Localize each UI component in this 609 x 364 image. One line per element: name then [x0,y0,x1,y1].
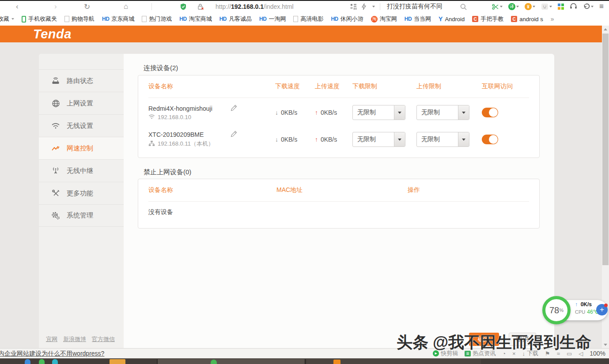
home-icon[interactable]: ⌂ [124,1,128,12]
router-page: 路由状态上网设置无线设置网速控制无线中继更多功能系统管理 宜网新浪微博官方微信 … [0,42,602,348]
bookmark-item[interactable]: Candroid s [511,16,543,23]
status-icon[interactable]: ◁ [579,350,583,357]
bookmark-item[interactable]: 购物导航 [64,15,95,23]
sidebar-item-router[interactable]: 路由状态 [39,69,124,92]
browser-toolbar: ‹ › ↻ ⌂ http://192.168.0.1/index.html 打没… [0,1,609,12]
bookmark-item[interactable]: HD凡客诚品 [219,15,252,23]
bookmark-item[interactable]: HD当当网 [405,15,431,23]
bookmark-label: 休闲小游 [340,15,363,23]
bookmark-item[interactable]: 手机收藏夹 [22,15,57,23]
bookmark-item[interactable]: HD休闲小游 [331,15,363,23]
performance-readings: ↑ 0K/s CPU46℃ [575,301,599,315]
column-header: 下载限制 [352,83,416,90]
sidebar-item-tools[interactable]: 更多功能 [39,182,124,204]
app-panel: 路由状态上网设置无线设置网速控制无线中继更多功能系统管理 宜网新浪微博官方微信 … [39,54,554,348]
bookmark-label: Android [445,16,465,23]
scroll-down-icon[interactable] [602,341,609,348]
status-tool-clip[interactable]: ▶快剪辑 [433,349,458,357]
internet-access-toggle[interactable] [482,135,498,144]
widget-add-icon[interactable]: + [596,304,608,315]
rebate-icon[interactable]: ¥ [525,3,535,10]
ok-button[interactable]: 确定 [469,333,499,346]
status-icon[interactable]: ≈ [557,350,560,357]
sidebar-item-repeater[interactable]: 无线中继 [39,159,124,182]
taskbar-app-icon[interactable] [39,359,45,364]
footer-link[interactable]: 宜网 [46,335,57,343]
bookmark-item[interactable]: YAndroid [439,15,465,23]
forward-icon[interactable]: › [54,1,57,12]
search-input-text[interactable]: 打没打疫苗有何不同 [387,3,443,11]
status-icon[interactable]: ◔ [502,350,506,357]
bookmark-item[interactable]: C手把手教 [472,15,503,23]
url-text[interactable]: http://192.168.0.1/index.html [216,3,294,10]
taskbar-window-button[interactable] [157,359,304,364]
extensions-grid-icon[interactable] [558,4,564,10]
taskbar-window-button[interactable] [305,359,481,364]
menu-hamburger-icon[interactable]: ≡ [599,2,604,11]
sidebar-item-wifi[interactable]: 无线设置 [39,114,124,137]
connected-table-body: Redmi4X-hongmishouji192.168.0.10↓ 0KB/s↑… [148,100,529,152]
select-arrow-icon[interactable] [394,105,405,120]
taskbar-app-icon[interactable] [52,359,58,364]
bookmark-item[interactable]: 高清电影 [293,15,323,23]
bookmark-item[interactable]: HD京东商城 [102,15,134,23]
bookmark-item[interactable]: 淘淘宝网 [371,15,397,23]
repeater-icon [51,167,61,175]
taskbar-app-icon[interactable] [25,359,30,364]
footer-link[interactable]: 新浪微博 [63,335,86,343]
status-icon[interactable]: ⚑ [545,350,550,357]
translate-icon[interactable]: 译 [508,3,519,10]
bookmarks-overflow[interactable]: » [551,15,554,23]
bookmark-item[interactable]: HD一淘网 [259,15,286,23]
sidebar-item-speed[interactable]: 网速控制 [39,137,124,159]
upload-limit-select[interactable]: 无限制 [416,105,469,120]
apps-grid-icon[interactable] [350,1,357,12]
download-limit-select[interactable]: 无限制 [352,105,405,120]
speed-mode-bolt-icon[interactable] [361,1,367,12]
sidebar-item-gear[interactable]: 系统管理 [39,204,124,227]
upload-limit-select[interactable]: 无限制 [416,132,469,147]
select-value: 无限制 [417,109,458,116]
footer-link[interactable]: 官方微信 [92,335,115,343]
select-value: 无限制 [417,135,458,143]
internet-access-toggle[interactable] [482,108,498,117]
address-bar[interactable]: http://192.168.0.1/index.html [216,1,294,12]
scroll-up-icon[interactable] [602,26,609,33]
bookmark-label: 淘宝商城 [189,15,212,23]
address-chevron-down-icon[interactable] [371,1,375,12]
select-arrow-icon[interactable] [394,132,405,146]
cancel-button[interactable]: 取消 [509,333,536,346]
status-tool-news[interactable]: ≣热点资讯 [465,349,496,357]
bookmark-item[interactable]: 热门游戏 [142,15,172,23]
search-icon[interactable] [460,1,467,12]
zoom-level[interactable]: 100% [590,350,605,357]
status-icon[interactable]: ▭ [567,350,572,357]
edit-pencil-icon[interactable] [230,104,238,113]
globe-icon [51,99,61,108]
bookmark-item[interactable]: 收藏 [0,15,14,23]
undo-history-icon[interactable] [583,4,594,10]
bookmark-item[interactable]: HD淘宝商城 [179,15,212,23]
search-box[interactable]: 打没打疫苗有何不同 [387,1,443,12]
select-arrow-icon[interactable] [458,132,469,146]
taskbar-folder-icon[interactable] [110,359,125,364]
clip-tool-scissors-icon[interactable] [492,4,503,10]
back-icon[interactable]: ‹ [16,1,19,12]
hd-icon: HD [219,16,227,22]
download-limit-select[interactable]: 无限制 [352,132,405,147]
status-icon[interactable]: × [512,350,516,357]
memory-percent-ring[interactable]: 78% [542,296,571,324]
site-safety-shield-icon[interactable] [180,1,186,12]
download-status[interactable]: ↓下载 [522,349,539,357]
screenshot-icon[interactable] [541,3,552,10]
column-header: 互联网访问 [482,83,529,90]
scrollbar-thumb[interactable] [602,34,609,265]
sidebar-item-globe[interactable]: 上网设置 [39,92,124,114]
refresh-icon[interactable]: ↻ [84,1,90,12]
edit-pencil-icon[interactable] [230,130,238,139]
select-arrow-icon[interactable] [458,105,469,120]
status-link[interactable]: 内企业网站建设为什么不用wordpress? [0,350,104,358]
audio-headphones-icon[interactable] [570,2,577,11]
insecure-lock-icon[interactable] [197,1,204,12]
performance-widget[interactable]: 78% ↑ 0K/s CPU46℃ + [542,296,609,324]
